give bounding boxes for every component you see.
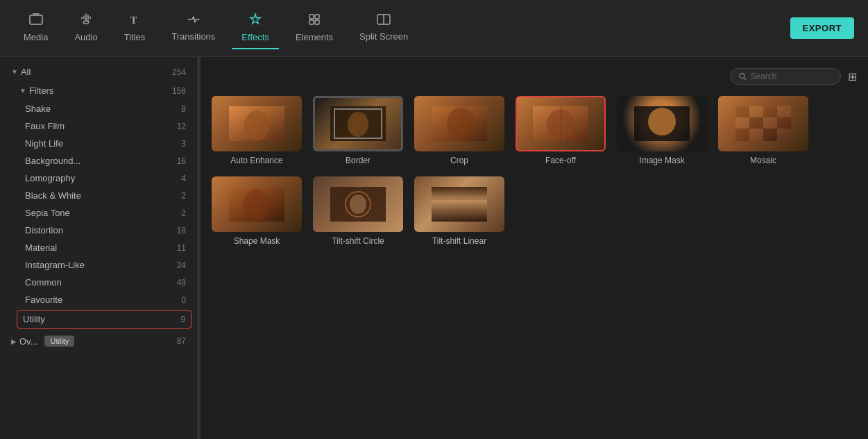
- svg-rect-26: [763, 106, 777, 117]
- effect-label-shape-mask: Shape Mask: [234, 236, 280, 246]
- nav-item-effects[interactable]: Effects: [232, 8, 279, 49]
- svg-point-15: [348, 112, 368, 137]
- nav-item-split-screen[interactable]: Split Screen: [350, 8, 418, 49]
- sidebar: ▼ All 254 ▼ Filters 158 Shake 8 Faux Fil…: [0, 57, 198, 439]
- topbar: Media Audio T Titles Transitions Effects: [0, 0, 868, 57]
- sidebar-item-common[interactable]: Common 49: [0, 274, 197, 291]
- svg-point-1: [83, 21, 89, 24]
- titles-icon: T: [128, 13, 141, 29]
- sidebar-item-count-material: 11: [177, 243, 186, 253]
- svg-rect-41: [432, 187, 487, 222]
- svg-rect-35: [777, 129, 791, 141]
- sidebar-item-utility[interactable]: Utility 9: [17, 310, 192, 329]
- nav-item-elements[interactable]: Elements: [286, 8, 343, 49]
- sidebar-item-instagram-like[interactable]: Instagram-Like 24: [0, 256, 197, 274]
- effect-auto-enhance[interactable]: Auto Enhance: [212, 96, 302, 165]
- effect-label-tilt-shift-linear: Tilt-shift Linear: [432, 236, 486, 246]
- sidebar-item-lomography[interactable]: Lomography 4: [0, 169, 197, 187]
- search-box[interactable]: [730, 68, 841, 85]
- nav-label-titles: Titles: [124, 32, 146, 42]
- svg-rect-28: [735, 117, 749, 129]
- effects-grid: Auto Enhance Border Crop: [212, 96, 857, 246]
- export-button[interactable]: EXPORT: [790, 17, 854, 39]
- sidebar-item-count-utility: 9: [180, 315, 185, 324]
- search-icon: [739, 72, 747, 81]
- svg-rect-24: [735, 106, 749, 117]
- effect-mosaic[interactable]: Mosaic: [718, 96, 808, 165]
- content-header: ⊞: [212, 68, 857, 85]
- effect-tilt-shift-linear[interactable]: Tilt-shift Linear: [414, 176, 504, 246]
- effect-border[interactable]: Border: [313, 96, 403, 165]
- sidebar-item-count-instagram-like: 24: [177, 260, 186, 270]
- grid-view-icon[interactable]: ⊞: [848, 70, 857, 83]
- effect-thumb-image-mask: [617, 96, 707, 151]
- sidebar-all[interactable]: ▼ All 254: [0, 63, 197, 81]
- sidebar-item-count-favourite: 0: [181, 295, 186, 305]
- effect-label-image-mask: Image Mask: [639, 156, 684, 165]
- sidebar-item-background[interactable]: Background... 16: [0, 152, 197, 169]
- sidebar-item-sepia-tone[interactable]: Sepia Tone 2: [0, 204, 197, 222]
- nav-item-media[interactable]: Media: [14, 8, 58, 49]
- svg-point-12: [244, 110, 269, 141]
- nav-item-titles[interactable]: T Titles: [114, 8, 155, 49]
- svg-point-17: [447, 108, 475, 141]
- sidebar-item-count-lomography: 4: [181, 174, 186, 183]
- sidebar-all-count: 254: [172, 67, 186, 77]
- sidebar-filters[interactable]: ▼ Filters 158: [0, 81, 197, 100]
- nav-label-audio: Audio: [74, 32, 97, 42]
- effect-tilt-shift-circle[interactable]: Tilt-shift Circle: [313, 176, 403, 246]
- effect-label-tilt-shift-circle: Tilt-shift Circle: [332, 236, 384, 246]
- sidebar-item-favourite[interactable]: Favourite 0: [0, 291, 197, 308]
- sidebar-item-label-common: Common: [25, 277, 62, 288]
- svg-line-10: [744, 78, 746, 80]
- sidebar-item-count-faux-film: 12: [177, 122, 186, 131]
- sidebar-item-label-shake: Shake: [25, 103, 51, 114]
- nav-item-audio[interactable]: Audio: [65, 8, 107, 49]
- effect-shape-mask[interactable]: Shape Mask: [212, 176, 302, 246]
- sidebar-item-label-distortion: Distortion: [25, 225, 63, 235]
- svg-rect-27: [777, 106, 791, 117]
- svg-rect-30: [763, 117, 777, 129]
- sidebar-item-label-instagram-like: Instagram-Like: [25, 260, 85, 270]
- sidebar-item-count-background: 16: [177, 156, 186, 166]
- sidebar-item-faux-film[interactable]: Faux Film 12: [0, 117, 197, 135]
- nav-label-split-screen: Split Screen: [359, 31, 408, 42]
- sidebar-item-label-faux-film: Faux Film: [25, 121, 65, 131]
- sidebar-item-label-lomography: Lomography: [25, 173, 75, 183]
- sidebar-item-shake[interactable]: Shake 8: [0, 100, 197, 117]
- sidebar-item-distortion[interactable]: Distortion 18: [0, 222, 197, 239]
- sidebar-item-label-utility: Utility: [23, 314, 45, 324]
- sidebar-item-count-night-life: 3: [181, 139, 186, 149]
- effect-label-face-off: Face-off: [545, 156, 576, 165]
- effect-face-off[interactable]: Face-off: [516, 96, 606, 165]
- effect-thumb-crop: [414, 96, 504, 151]
- sidebar-item-black-white[interactable]: Black & White 2: [0, 187, 197, 204]
- svg-rect-34: [763, 129, 777, 141]
- effect-label-auto-enhance: Auto Enhance: [230, 156, 282, 165]
- effect-thumb-tilt-linear: [414, 176, 504, 232]
- sidebar-all-label: All: [21, 67, 31, 77]
- effect-image-mask[interactable]: Image Mask: [617, 96, 707, 165]
- search-input[interactable]: [751, 72, 832, 81]
- effect-thumb-mosaic: [718, 96, 808, 151]
- effect-crop[interactable]: Crop: [414, 96, 504, 165]
- sidebar-item-count-common: 49: [177, 278, 186, 288]
- effect-label-mosaic: Mosaic: [750, 156, 776, 165]
- svg-rect-29: [749, 117, 763, 129]
- svg-rect-32: [735, 129, 749, 141]
- sidebar-overlay[interactable]: ▶ Ov... Utility 87: [0, 331, 197, 351]
- effects-content: ⊞ Auto Enhance Border: [201, 57, 868, 439]
- nav-item-transitions[interactable]: Transitions: [162, 8, 225, 49]
- sidebar-item-count-distortion: 18: [177, 226, 186, 235]
- svg-rect-25: [749, 106, 763, 117]
- svg-point-40: [350, 194, 366, 214]
- sidebar-item-material[interactable]: Material 11: [0, 239, 197, 256]
- effect-thumb-tilt-circle: [313, 176, 403, 232]
- nav-label-transitions: Transitions: [171, 31, 215, 42]
- media-icon: [29, 13, 43, 29]
- chevron-down-icon-filters: ▼: [19, 87, 26, 94]
- utility-tooltip-chip: Utility: [44, 336, 74, 347]
- svg-point-22: [648, 108, 676, 135]
- sidebar-item-night-life[interactable]: Night Life 3: [0, 135, 197, 152]
- nav-label-media: Media: [24, 32, 48, 42]
